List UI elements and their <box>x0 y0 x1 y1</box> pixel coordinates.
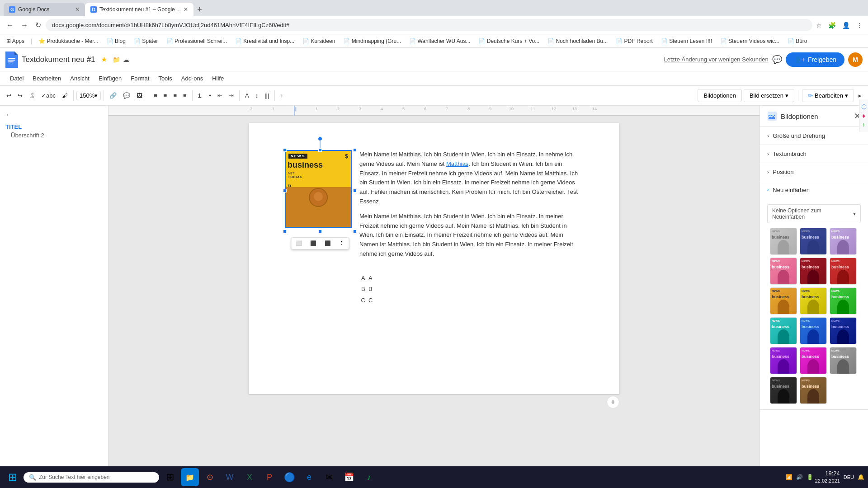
swatch-red-dark[interactable]: NEWS business <box>800 258 827 285</box>
notification-button[interactable]: 🔔 <box>858 474 864 480</box>
image-toolbar-button[interactable]: 🖼 <box>134 90 145 101</box>
taskbar-office-button[interactable]: ⊙ <box>201 468 219 486</box>
paintformat-button[interactable]: 🖌 <box>59 90 71 101</box>
handle-br[interactable] <box>353 230 357 233</box>
handle-bl[interactable] <box>283 230 287 233</box>
indent-more-button[interactable]: ⇥ <box>226 90 236 101</box>
tab-textdokument[interactable]: D Textdokument neu #1 – Google ... ✕ <box>85 3 193 16</box>
redo-button[interactable]: ↪ <box>15 90 25 101</box>
move-to-folder-icon[interactable]: 📁 <box>113 56 120 63</box>
handle-tl[interactable] <box>283 148 287 152</box>
line-spacing-button[interactable]: ↕ <box>253 90 261 101</box>
share-button[interactable]: 👤+ Freigeben <box>786 52 844 67</box>
bookmark-deutschkurs[interactable]: 📄 Deutsche Kurs + Vo... <box>476 37 542 45</box>
swatch-red-bright[interactable]: NEWS business <box>830 258 857 285</box>
bookmark-kreativitaet[interactable]: 📄 Kreativität und Insp... <box>232 37 297 45</box>
handle-mr[interactable] <box>353 189 357 192</box>
link-button[interactable]: 🔗 <box>107 90 119 101</box>
section-groesse-header[interactable]: › Größe und Drehung <box>760 127 868 145</box>
settings-icon[interactable]: ⋮ <box>854 20 864 31</box>
align-center-button[interactable]: ≡ <box>161 90 170 101</box>
tab-close-textdokument[interactable]: ✕ <box>184 6 188 13</box>
cloud-save-icon[interactable]: ☁ <box>123 56 129 63</box>
reload-button[interactable]: ↻ <box>33 19 44 31</box>
ordered-list-button[interactable]: 1. <box>195 90 206 101</box>
taskbar-search-box[interactable]: 🔍 Zur Suche Text hier eingeben <box>24 472 159 483</box>
float-toolbar-wrap-btn[interactable]: ⬛ <box>307 239 320 248</box>
handle-bm[interactable] <box>318 230 322 233</box>
bookmark-spaeter[interactable]: 📄 Später <box>131 37 161 45</box>
section-textumbruch-header[interactable]: › Textumbruch <box>760 145 868 163</box>
edit-mode-button[interactable]: ✏ Bearbeiten ▾ <box>802 89 854 102</box>
bookmark-pdf[interactable]: 📄 PDF Report <box>613 37 656 45</box>
volume-icon[interactable]: 🔊 <box>796 474 803 480</box>
bookmark-apps[interactable]: ⊞ Apps <box>4 37 27 45</box>
menu-bearbeiten[interactable]: Bearbeiten <box>28 73 66 84</box>
taskbar-clock[interactable]: 19:24 22.02.2021 <box>815 469 840 485</box>
section-neu-einfaerben-header[interactable]: › Neu einfärben <box>760 181 868 199</box>
menu-tools[interactable]: Tools <box>154 73 176 84</box>
taskbar-chrome-button[interactable]: 🔵 <box>280 468 298 486</box>
taskbar-edge-button[interactable]: e <box>300 468 318 486</box>
swatch-orange[interactable]: NEWS business <box>770 287 797 314</box>
swatch-teal[interactable]: NEWS business <box>770 317 797 344</box>
swatch-gray-light[interactable]: NEWS business <box>770 228 797 255</box>
bookmark-blog[interactable]: 📄 Blog <box>104 37 128 45</box>
bild-ersetzen-button[interactable]: Bild ersetzen ▾ <box>744 89 794 102</box>
float-toolbar-more-btn[interactable]: ⋮ <box>335 239 348 248</box>
handle-ml[interactable] <box>283 189 287 192</box>
app-logo[interactable] <box>5 52 18 68</box>
comment-toolbar-button[interactable]: 💬 <box>120 90 133 101</box>
undo-button[interactable]: ↩ <box>4 90 14 101</box>
taskbar-excel-button[interactable]: X <box>241 468 259 486</box>
outline-back-button[interactable]: ← <box>5 111 103 118</box>
menu-einfuegen[interactable]: Einfügen <box>94 73 126 84</box>
windows-start-button[interactable]: ⊞ <box>4 468 22 486</box>
tab-close-google-docs[interactable]: ✕ <box>75 6 80 13</box>
indent-less-button[interactable]: ⇤ <box>215 90 225 101</box>
swatch-yellow[interactable]: NEWS business <box>800 287 827 314</box>
float-toolbar-inline-btn[interactable]: ⬜ <box>292 239 306 248</box>
menu-hilfe[interactable]: Hilfe <box>208 73 228 84</box>
address-bar[interactable] <box>46 19 812 31</box>
bookmark-buero[interactable]: 📄 Büro <box>785 37 810 45</box>
swatch-blue-dark[interactable]: NEWS business <box>800 228 827 255</box>
swatch-navy[interactable]: NEWS business <box>830 317 857 344</box>
battery-icon[interactable]: 🔋 <box>807 474 813 480</box>
comment-button[interactable]: 💬 <box>772 55 782 65</box>
menu-ansicht[interactable]: Ansicht <box>66 73 94 84</box>
bookmark-produktsuche[interactable]: ⭐ Produktsuche - Mer... <box>36 37 101 45</box>
right-edge-icon-2[interactable]: ♦ <box>862 112 865 119</box>
bookmark-steuern1[interactable]: 📄 Steuern Lesen !!!! <box>658 37 715 45</box>
add-content-button[interactable]: + <box>607 396 619 408</box>
bookmark-mindmapping[interactable]: 📄 Mindmapping (Gru... <box>340 37 404 45</box>
swatch-purple[interactable]: NEWS business <box>770 347 797 374</box>
extension-icon[interactable]: 🧩 <box>826 20 838 31</box>
unordered-list-button[interactable]: • <box>206 90 214 101</box>
user-avatar[interactable]: M <box>848 52 863 67</box>
right-edge-icon-3[interactable]: + <box>862 121 865 128</box>
swatch-brown[interactable]: NEWS business <box>800 377 827 404</box>
doc-scroll-area[interactable]: NEWS $ business MIT TOBIAS » <box>108 116 760 488</box>
color-options-dropdown[interactable]: Keine Optionen zum Neueinfärben ▾ <box>767 204 861 223</box>
align-justify-button[interactable]: ≡ <box>180 90 189 101</box>
bookmark-noch[interactable]: 📄 Noch hochladen Bu... <box>545 37 610 45</box>
cols-button[interactable]: ||| <box>262 90 272 101</box>
swatch-gray-mid[interactable]: NEWS business <box>830 347 857 374</box>
star-icon[interactable]: ★ <box>101 55 107 64</box>
menu-datei[interactable]: Datei <box>5 73 28 84</box>
align-right-button[interactable]: ≡ <box>170 90 179 101</box>
new-tab-button[interactable]: + <box>193 5 206 14</box>
taskbar-mail-button[interactable]: ✉ <box>320 468 338 486</box>
bookmark-icon[interactable]: ☆ <box>814 20 824 31</box>
menu-addons[interactable]: Add-ons <box>177 73 208 84</box>
doc-image-container[interactable]: NEWS $ business MIT TOBIAS » <box>285 150 355 231</box>
right-edge-icon-1[interactable]: ⬡ <box>861 106 867 110</box>
section-position-header[interactable]: › Position <box>760 163 868 181</box>
handle-tr[interactable] <box>353 148 357 152</box>
bookmark-kursideen[interactable]: 📄 Kursideen <box>300 37 338 45</box>
taskbar-ppt-button[interactable]: P <box>260 468 278 486</box>
float-toolbar-break-btn[interactable]: ⬛ <box>321 239 335 248</box>
taskbar-word-button[interactable]: W <box>221 468 239 486</box>
taskbar-explorer-button[interactable]: 📁 <box>181 468 199 486</box>
